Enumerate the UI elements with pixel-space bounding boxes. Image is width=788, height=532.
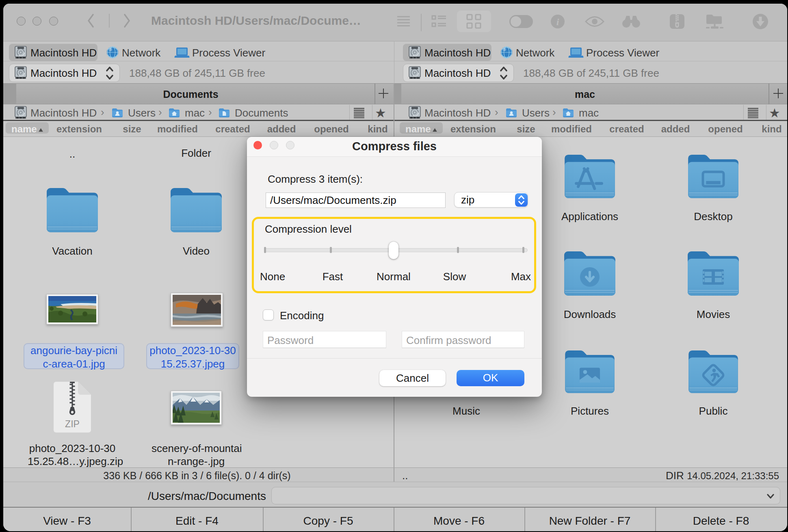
svg-text:ZIP: ZIP	[65, 419, 80, 429]
svg-text:i: i	[556, 17, 559, 27]
